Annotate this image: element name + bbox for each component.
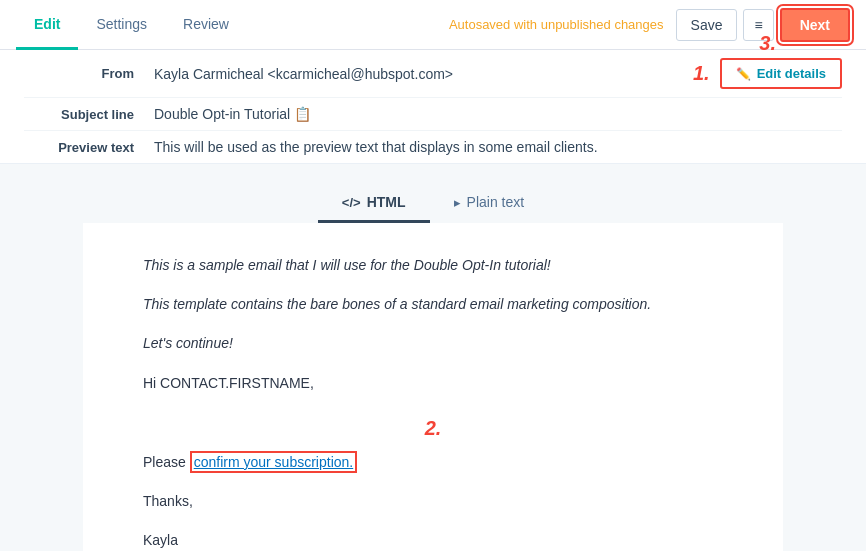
save-button[interactable]: Save (676, 9, 738, 41)
info-strip: From Kayla Carmicheal <kcarmicheal@hubsp… (0, 50, 866, 164)
email-thanks: Thanks, (143, 489, 723, 514)
subject-value: Double Opt-in Tutorial 📋 (154, 106, 842, 122)
email-greeting: Hi CONTACT.FIRSTNAME, (143, 371, 723, 396)
annotation-3: 3. (759, 32, 776, 55)
top-bar: Edit Settings Review Autosaved with unpu… (0, 0, 866, 50)
confirm-link[interactable]: confirm your subscription. (190, 451, 358, 473)
plain-text-tab-label: Plain text (467, 194, 525, 210)
tab-html[interactable]: </> HTML (318, 184, 430, 223)
tab-plain-text[interactable]: ▸ Plain text (430, 184, 549, 223)
subject-label: Subject line (24, 107, 154, 122)
hamburger-icon: ≡ (754, 17, 762, 33)
email-confirm-block: 2. Please confirm your subscription. (143, 410, 723, 475)
from-label: From (24, 66, 154, 81)
subject-emoji: 📋 (294, 106, 311, 122)
from-row: From Kayla Carmicheal <kcarmicheal@hubsp… (24, 50, 842, 98)
from-value: Kayla Carmicheal <kcarmicheal@hubspot.co… (154, 66, 693, 82)
preview-row: Preview text This will be used as the pr… (24, 131, 842, 163)
pencil-icon: ✏️ (736, 67, 751, 81)
please-text: Please (143, 454, 186, 470)
next-button[interactable]: Next (780, 8, 850, 42)
preview-value: This will be used as the preview text th… (154, 139, 842, 155)
code-icon: </> (342, 195, 361, 210)
email-line2: This template contains the bare bones of… (143, 292, 723, 317)
html-tab-label: HTML (367, 194, 406, 210)
main-tabs: Edit Settings Review (16, 0, 247, 49)
email-signature: Kayla (143, 528, 723, 551)
autosave-message: Autosaved with unpublished changes (449, 17, 664, 32)
subject-row: Subject line Double Opt-in Tutorial 📋 (24, 98, 842, 131)
email-preview: This is a sample email that I will use f… (83, 223, 783, 551)
tab-review[interactable]: Review (165, 1, 247, 50)
tab-edit[interactable]: Edit (16, 1, 78, 50)
email-line1: This is a sample email that I will use f… (143, 253, 723, 278)
annotation-1: 1. (693, 62, 710, 85)
content-tabs: </> HTML ▸ Plain text (0, 184, 866, 223)
preview-label: Preview text (24, 140, 154, 155)
tab-settings[interactable]: Settings (78, 1, 165, 50)
document-icon: ▸ (454, 195, 461, 210)
annotation-1-container: 1. ✏️ Edit details (693, 58, 842, 89)
content-area: </> HTML ▸ Plain text This is a sample e… (0, 164, 866, 551)
annotation-2: 2. (143, 410, 723, 446)
email-line3: Let's continue! (143, 331, 723, 356)
edit-details-button[interactable]: ✏️ Edit details (720, 58, 842, 89)
edit-details-label: Edit details (757, 66, 826, 81)
email-body: This is a sample email that I will use f… (143, 253, 723, 551)
